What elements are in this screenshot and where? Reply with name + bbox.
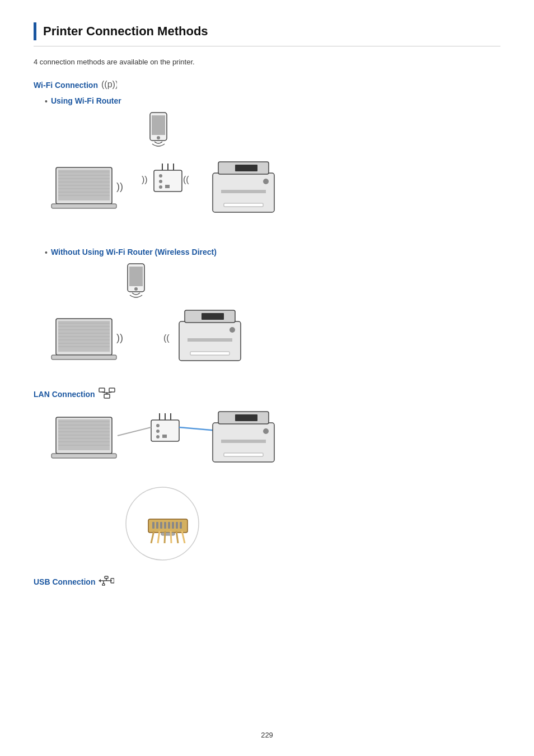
svg-rect-16 [154, 170, 182, 192]
svg-rect-55 [109, 388, 115, 392]
svg-point-21 [159, 180, 162, 183]
usb-heading: USB Connection [34, 576, 500, 587]
svg-point-34 [134, 287, 138, 291]
svg-rect-5 [58, 170, 110, 200]
svg-line-79 [118, 427, 151, 436]
lan-icon [99, 388, 115, 400]
svg-line-103 [171, 531, 171, 543]
svg-line-58 [102, 392, 107, 393]
svg-rect-23 [165, 185, 170, 188]
svg-rect-84 [221, 440, 266, 443]
wifi-section: Wi-Fi Connection ((p)) • Using Wi-Fi Rou… [34, 78, 500, 376]
svg-rect-50 [190, 352, 229, 355]
svg-rect-87 [235, 414, 257, 421]
without-router-bullet: • Without Using Wi-Fi Router (Wireless D… [45, 248, 500, 257]
svg-rect-2 [152, 115, 165, 135]
svg-rect-96 [172, 522, 174, 529]
svg-rect-61 [58, 419, 110, 450]
svg-rect-71 [151, 420, 179, 441]
svg-rect-93 [160, 522, 162, 529]
svg-rect-49 [188, 338, 232, 342]
page-title: Printer Connection Methods [43, 24, 208, 39]
lan-connection-link[interactable]: LAN Connection [34, 390, 95, 399]
usb-icon [99, 576, 114, 587]
svg-text:((: (( [163, 333, 170, 343]
svg-marker-107 [99, 579, 101, 582]
svg-rect-78 [162, 435, 167, 438]
lan-section: LAN Connection [34, 388, 500, 564]
subtitle-text: 4 connection methods are available on th… [34, 58, 500, 66]
svg-text:((: (( [183, 175, 189, 184]
svg-text:)): )) [116, 181, 123, 192]
wireless-direct-diagram: )) (( [50, 263, 500, 376]
bullet-dot: • [45, 97, 48, 106]
bullet-dot-2: • [45, 248, 48, 257]
svg-rect-29 [224, 203, 263, 207]
using-router-bullet: • Using Wi-Fi Router [45, 96, 500, 106]
svg-text:)): )) [116, 332, 123, 343]
svg-rect-62 [51, 454, 116, 458]
svg-point-86 [263, 428, 269, 434]
title-bar [34, 22, 36, 40]
svg-point-51 [229, 327, 235, 333]
svg-line-102 [165, 531, 165, 543]
svg-point-112 [102, 584, 105, 586]
page-container: Printer Connection Methods 4 connection … [0, 0, 534, 756]
svg-point-3 [157, 136, 160, 139]
svg-rect-92 [156, 522, 158, 529]
svg-rect-37 [51, 355, 116, 360]
svg-rect-97 [176, 522, 178, 529]
svg-text:)): )) [142, 175, 148, 184]
svg-rect-33 [129, 267, 143, 286]
svg-rect-6 [51, 204, 116, 208]
usb-section: USB Connection [34, 576, 500, 587]
svg-point-75 [156, 424, 160, 427]
svg-rect-94 [164, 522, 166, 529]
svg-point-76 [156, 430, 160, 433]
title-section: Printer Connection Methods [34, 22, 500, 46]
svg-point-20 [159, 174, 162, 178]
svg-text:((p)): ((p)) [101, 80, 117, 89]
svg-rect-31 [235, 165, 257, 171]
lan-diagram [50, 406, 500, 564]
wifi-icon: ((p)) [101, 78, 117, 92]
svg-rect-56 [104, 394, 110, 398]
svg-line-59 [107, 392, 112, 393]
svg-rect-85 [224, 453, 263, 456]
svg-rect-91 [152, 522, 154, 529]
svg-rect-98 [180, 522, 182, 529]
lan-heading: LAN Connection [34, 388, 500, 400]
page-number: 229 [261, 731, 273, 739]
svg-rect-28 [221, 190, 266, 193]
usb-connection-link[interactable]: USB Connection [34, 577, 95, 586]
without-router-link[interactable]: Without Using Wi-Fi Router (Wireless Dir… [51, 248, 217, 256]
svg-point-30 [263, 179, 269, 184]
svg-point-77 [156, 435, 160, 438]
wifi-heading: Wi-Fi Connection ((p)) [34, 78, 500, 92]
svg-rect-99 [161, 533, 175, 535]
svg-rect-95 [168, 522, 170, 529]
using-router-link[interactable]: Using Wi-Fi Router [51, 96, 121, 105]
svg-rect-110 [105, 576, 108, 578]
svg-point-22 [159, 185, 162, 189]
wifi-connection-link[interactable]: Wi-Fi Connection [34, 81, 98, 90]
svg-rect-52 [202, 313, 224, 320]
svg-rect-54 [99, 388, 105, 392]
wifi-router-diagram: )) )) [50, 111, 500, 236]
svg-rect-36 [58, 321, 110, 352]
